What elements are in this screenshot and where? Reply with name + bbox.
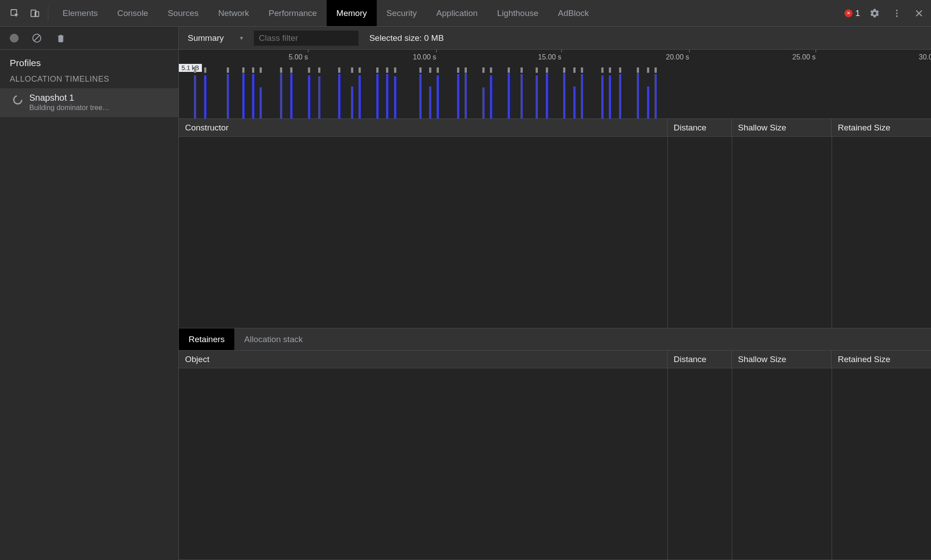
allocation-bar [601, 75, 604, 118]
toggle-device-icon[interactable] [27, 5, 43, 22]
retainers-tabbar: RetainersAllocation stack [179, 328, 931, 351]
svg-point-5 [896, 15, 898, 17]
allocation-bar [260, 87, 262, 118]
allocation-bar [465, 73, 467, 118]
tab-performance[interactable]: Performance [259, 0, 327, 26]
loading-spinner-icon [12, 95, 23, 105]
constructor-table-header: ConstructorDistanceShallow SizeRetained … [179, 119, 931, 137]
inspect-element-icon[interactable] [6, 5, 23, 22]
profiles-sidebar: Profiles ALLOCATION TIMELINES Snapshot 1… [0, 27, 179, 560]
column-header[interactable]: Shallow Size [732, 351, 832, 368]
error-icon [844, 9, 852, 17]
tab-adblock[interactable]: AdBlock [548, 0, 599, 26]
view-mode-dropdown[interactable]: Summary ▼ [188, 33, 246, 43]
allocation-timeline-chart[interactable]: 5.1 kB 5.00 s10.00 s15.00 s20.00 s25.00 … [179, 50, 931, 119]
devtools-tabbar: ElementsConsoleSourcesNetworkPerformance… [0, 0, 931, 27]
view-mode-label: Summary [188, 33, 224, 43]
close-icon[interactable] [911, 6, 927, 21]
snapshot-item[interactable]: Snapshot 1 Building dominator tree… [0, 88, 178, 117]
object-table-body[interactable] [179, 368, 931, 560]
allocation-bar [394, 76, 396, 118]
allocation-timelines-group: ALLOCATION TIMELINES [0, 75, 178, 88]
constructor-table-body[interactable] [179, 137, 931, 328]
allocation-bar [655, 74, 657, 118]
time-tick-label: 10.00 s [413, 53, 436, 61]
allocation-bar [252, 74, 254, 118]
tab-memory[interactable]: Memory [327, 0, 377, 26]
allocation-bar [242, 73, 245, 118]
time-tick-label: 30.00 s [919, 53, 931, 61]
retainers-tab[interactable]: Allocation stack [234, 328, 312, 350]
allocation-bar [637, 73, 639, 118]
allocation-bar [521, 74, 523, 118]
selected-size-label: Selected size: 0 MB [369, 33, 444, 43]
allocation-bar [609, 75, 611, 118]
tab-application[interactable]: Application [426, 0, 487, 26]
size-chip: 5.1 kB [179, 64, 202, 72]
time-tick-label: 25.00 s [793, 53, 816, 61]
profiles-title: Profiles [0, 50, 178, 75]
column-header[interactable]: Distance [667, 351, 732, 368]
allocation-bar [581, 74, 583, 118]
error-count: 1 [855, 8, 860, 18]
allocation-bar [546, 73, 548, 118]
allocation-bar [308, 75, 310, 118]
object-table-header: ObjectDistanceShallow SizeRetained Size [179, 351, 931, 368]
allocation-bar [429, 87, 431, 118]
allocation-bar [227, 74, 229, 118]
svg-point-3 [896, 9, 898, 11]
allocation-bar [204, 75, 206, 118]
allocation-bar [647, 87, 649, 118]
allocation-bar [490, 75, 492, 118]
profiles-toolbar [0, 27, 178, 50]
column-header[interactable]: Constructor [179, 119, 667, 136]
column-header[interactable]: Shallow Size [732, 119, 832, 136]
tab-console[interactable]: Console [107, 0, 158, 26]
allocation-bar [318, 76, 320, 118]
memory-main-panel: Summary ▼ Selected size: 0 MB 5.1 kB 5.0… [179, 27, 931, 560]
time-tick-label: 15.00 s [538, 53, 561, 61]
class-filter-input[interactable] [254, 31, 359, 46]
allocation-bar [290, 73, 292, 118]
separator [48, 6, 48, 21]
allocation-bar [419, 74, 422, 118]
error-badge[interactable]: 1 [844, 8, 860, 18]
time-tick-label: 20.00 s [666, 53, 689, 61]
allocation-bar [536, 75, 538, 118]
time-tick-label: 5.00 s [288, 53, 308, 61]
retainers-tab[interactable]: Retainers [179, 328, 234, 350]
tab-lighthouse[interactable]: Lighthouse [487, 0, 548, 26]
allocation-bar [457, 74, 459, 118]
allocation-bar [482, 87, 485, 118]
allocation-bar [619, 74, 621, 118]
allocation-bar [338, 74, 340, 118]
chevron-down-icon: ▼ [239, 35, 244, 41]
tab-security[interactable]: Security [377, 0, 427, 26]
clear-icon[interactable] [31, 32, 43, 44]
column-header[interactable]: Retained Size [832, 351, 931, 368]
settings-icon[interactable] [867, 6, 882, 21]
tab-sources[interactable]: Sources [158, 0, 209, 26]
snapshot-status: Building dominator tree… [29, 104, 110, 112]
record-button[interactable] [10, 34, 19, 43]
svg-point-4 [896, 12, 898, 14]
tab-network[interactable]: Network [209, 0, 259, 26]
tab-elements[interactable]: Elements [53, 0, 107, 26]
allocation-bar [508, 73, 510, 118]
allocation-bar [386, 74, 388, 118]
panel-tabs: ElementsConsoleSourcesNetworkPerformance… [53, 0, 599, 26]
allocation-bar [359, 75, 361, 118]
allocation-bar [376, 74, 379, 118]
snapshot-name: Snapshot 1 [29, 93, 110, 103]
allocation-bar [280, 73, 282, 118]
allocation-bar [573, 87, 576, 118]
allocation-bar [437, 75, 439, 118]
allocation-bar [351, 87, 353, 118]
column-header[interactable]: Object [179, 351, 667, 368]
delete-icon[interactable] [55, 32, 67, 44]
allocation-bar [194, 75, 196, 118]
column-header[interactable]: Distance [667, 119, 732, 136]
column-header[interactable]: Retained Size [832, 119, 931, 136]
more-menu-icon[interactable] [889, 6, 904, 21]
allocation-bar [563, 73, 565, 118]
